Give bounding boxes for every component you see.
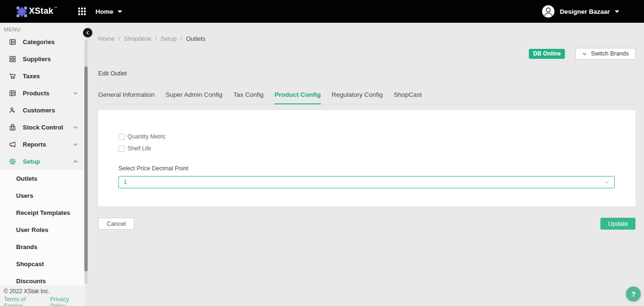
setup-gear-icon [9,158,16,165]
chevron-left-icon [85,30,90,35]
breadcrumb-shopdesk[interactable]: Shopdesk [124,35,151,42]
sidebar-item-label: Stock Control [23,124,63,131]
sidebar-item-label: Products [23,90,49,97]
sidebar-subitem-users[interactable]: Users [0,187,85,204]
sidebar-item-stock-control[interactable]: Stock Control [0,119,85,136]
tabs-bar: General Information Super Admin Config T… [98,91,635,104]
switch-brands-button[interactable]: Switch Brands [575,48,635,60]
menu-label: MENU [0,23,85,33]
brand-trademark: ™ [54,6,57,9]
quantity-metric-label: Quantity Metric [127,133,166,140]
breadcrumb-outlets: Outlets [186,35,205,42]
header-actions-row: DB Online Switch Brands [98,48,635,59]
chevron-up-icon [73,159,78,164]
reports-icon [9,140,16,148]
sidebar-subitem-receipt-templates[interactable]: Receipt Templates [0,204,85,221]
avatar [542,5,555,18]
shelf-life-checkbox[interactable] [118,146,125,152]
breadcrumb: Home / Shopdesk / Setup / Outlets [98,35,635,42]
setup-submenu: Outlets Users Receipt Templates User Rol… [0,170,85,289]
user-name: Designer Bazaar [560,8,610,15]
tab-super-admin-config[interactable]: Super Admin Config [165,91,222,104]
status-badge: DB Online [529,49,565,59]
help-button[interactable]: ? [626,287,641,301]
tab-general-information[interactable]: General Information [98,91,154,104]
update-button[interactable]: Update [600,218,635,230]
sidebar-item-taxes[interactable]: Taxes [0,67,85,84]
price-decimal-select[interactable]: 1 [118,176,615,188]
tab-product-config[interactable]: Product Config [274,91,321,104]
shelf-life-row: Shelf Life [118,145,615,152]
breadcrumb-separator: / [155,35,157,42]
sidebar-scrollbar[interactable] [84,40,88,284]
home-nav-label: Home [96,8,114,15]
price-decimal-label: Select Price Decimal Point [118,165,615,172]
sidebar-item-customers[interactable]: Customers [0,102,85,119]
product-config-panel: Quantity Metric Shelf Life Select Price … [98,110,635,206]
sidebar-item-label: Suppliers [23,56,51,63]
sidebar-item-label: Reports [23,141,46,148]
home-nav-dropdown[interactable]: Home [96,8,123,15]
price-decimal-value: 1 [124,179,127,185]
chevron-down-icon [73,125,78,130]
breadcrumb-setup[interactable]: Setup [161,35,177,42]
sidebar-item-setup[interactable]: Setup [0,153,85,170]
breadcrumb-separator: / [118,35,120,42]
sidebar-item-label: Categories [23,38,54,46]
terms-of-service-link[interactable]: Terms of Service [4,296,46,306]
quantity-metric-row: Quantity Metric [118,133,615,140]
caret-down-icon [118,10,122,13]
chevron-down-icon [582,51,587,56]
sidebar-item-products[interactable]: Products [0,84,85,102]
switch-brands-label: Switch Brands [591,50,629,57]
sidebar: MENU Categories Suppliers Taxes Products [0,23,85,306]
sidebar-item-label: Setup [23,158,40,165]
stock-control-icon [9,123,16,131]
xstak-logo-icon [16,6,27,18]
collapse-sidebar-button[interactable] [83,28,92,37]
scrollbar-thumb[interactable] [84,66,88,271]
shelf-life-label: Shelf Life [127,145,151,152]
apps-grid-icon[interactable] [78,8,86,15]
sidebar-item-reports[interactable]: Reports [0,136,85,153]
sidebar-subitem-shopcast[interactable]: Shopcast [0,255,85,272]
topbar: XStak ™ Home Designer Bazaar [0,0,644,23]
privacy-policy-link[interactable]: Privacy Policy [50,296,85,306]
sidebar-subitem-outlets[interactable]: Outlets [0,170,85,187]
caret-down-icon [615,10,619,13]
brand-logo: XStak ™ [16,5,57,18]
chevron-down-icon [604,179,609,185]
sidebar-footer: © 2022 XStak Inc. Terms of Service Priva… [0,285,85,306]
chevron-down-icon [73,91,78,96]
sidebar-subitem-brands[interactable]: Brands [0,238,85,255]
sidebar-item-suppliers[interactable]: Suppliers [0,50,85,67]
sidebar-item-categories[interactable]: Categories [0,33,85,50]
products-icon [9,89,16,97]
breadcrumb-separator: / [181,35,182,42]
user-menu[interactable]: Designer Bazaar [542,5,619,18]
chevron-down-icon [73,142,78,147]
suppliers-icon [9,55,16,63]
sidebar-item-label: Taxes [23,73,40,80]
main-content: Home / Shopdesk / Setup / Outlets DB Onl… [85,23,644,306]
sidebar-nav: Categories Suppliers Taxes Products [0,33,85,289]
sidebar-item-label: Customers [23,107,55,114]
tab-tax-config[interactable]: Tax Config [233,91,263,104]
sidebar-subitem-user-roles[interactable]: User Roles [0,221,85,238]
breadcrumb-home[interactable]: Home [98,35,115,42]
quantity-metric-checkbox[interactable] [118,134,125,140]
customers-icon [9,106,16,114]
tab-shopcast[interactable]: ShopCast [394,91,422,104]
tab-regulatory-config[interactable]: Regulatory Config [332,91,383,104]
categories-icon [9,38,16,46]
brand-name: XStak [29,5,54,17]
taxes-icon [9,72,16,80]
form-actions: Cancel Update [98,218,635,230]
page-title: Edit Outlet [98,70,635,77]
cancel-button[interactable]: Cancel [98,218,134,230]
copyright-text: © 2022 XStak Inc. [4,288,85,295]
